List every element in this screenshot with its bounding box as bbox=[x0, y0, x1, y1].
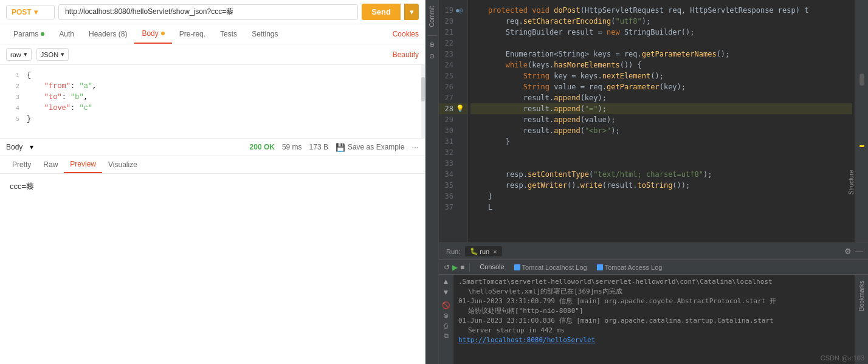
code-line-5: 5 } bbox=[0, 114, 425, 125]
editor-scrollbar[interactable] bbox=[421, 65, 425, 138]
line-num-25: 25 bbox=[439, 70, 467, 81]
ide-main: 19 ●@ 20 21 22 23 bbox=[439, 0, 868, 364]
code-line-24: while(keys.hasMoreElements()) { bbox=[470, 60, 852, 70]
scrollbar-thumb[interactable] bbox=[421, 77, 425, 101]
line-num-29: 29 bbox=[439, 114, 467, 125]
tab-settings[interactable]: Settings bbox=[244, 25, 285, 43]
gutter-37 bbox=[456, 202, 464, 213]
console-body: ▲ ▼ 🚫 ⊗ ⎙ ⧉ .SmartTomcat\serverlet-hello… bbox=[439, 275, 868, 364]
beautify-button[interactable]: Beautify bbox=[393, 50, 419, 59]
gutter-20 bbox=[456, 16, 464, 27]
save-example-btn[interactable]: 💾 Save as Example bbox=[336, 143, 404, 152]
method-select[interactable]: POST ▾ bbox=[6, 5, 55, 19]
tab-headers[interactable]: Headers (8) bbox=[81, 25, 134, 43]
tomcat-icon bbox=[514, 264, 520, 270]
console-up-icon[interactable]: ▲ bbox=[443, 277, 450, 286]
sidebar-icon-1[interactable]: ⊕ bbox=[429, 41, 435, 49]
tab-tests[interactable]: Tests bbox=[213, 25, 244, 43]
response-toolbar: Body ▾ 200 OK 59 ms 173 B 💾 Save as Exam… bbox=[0, 139, 425, 156]
console-output: .SmartTomcat\serverlet-helloworld\server… bbox=[453, 275, 855, 364]
ide-right-sidebar: Structure bbox=[855, 0, 868, 242]
run-tab-close[interactable]: × bbox=[493, 248, 497, 255]
tab-prereq[interactable]: Pre-req. bbox=[172, 25, 213, 43]
resp-tab-preview[interactable]: Preview bbox=[64, 156, 102, 173]
params-dot bbox=[41, 32, 44, 36]
json-select[interactable]: JSON ▾ bbox=[36, 48, 69, 61]
code-content[interactable]: protected void doPost(HttpServletRequest… bbox=[468, 0, 855, 242]
tomcat-localhost-tab[interactable]: Tomcat Localhost Log bbox=[509, 263, 592, 272]
console-tab[interactable]: Console bbox=[475, 262, 509, 273]
url-input[interactable] bbox=[58, 4, 358, 20]
line-num-28: 28 💡 bbox=[439, 103, 467, 114]
console-filter-icon[interactable]: ⊗ bbox=[443, 312, 449, 320]
gutter-24 bbox=[456, 60, 464, 70]
restart-icon[interactable]: ↺ bbox=[444, 263, 450, 272]
tab-params[interactable]: Params bbox=[6, 25, 52, 43]
tab-body[interactable]: Body bbox=[134, 24, 171, 44]
console-clear-icon[interactable]: 🚫 bbox=[442, 301, 450, 309]
vertical-scrollbar[interactable] bbox=[859, 2, 864, 240]
method-label: POST bbox=[12, 8, 32, 16]
minimize-icon[interactable]: — bbox=[855, 247, 863, 256]
code-line-26: String value = req.getParameter(key); bbox=[470, 81, 852, 92]
gutter-25 bbox=[456, 70, 464, 81]
console-line-6: Server startup in 442 ms bbox=[458, 326, 850, 335]
commit-label[interactable]: Commit bbox=[427, 2, 436, 30]
gutter-27 bbox=[456, 92, 464, 103]
resp-tab-visualize[interactable]: Visualize bbox=[102, 157, 143, 173]
console-toolbar-left: ↺ ▶ ■ bbox=[444, 263, 470, 272]
gutter-21 bbox=[456, 27, 464, 38]
run-tab-active[interactable]: 🐛 run × bbox=[465, 246, 501, 256]
line-num-23: 23 bbox=[439, 49, 467, 60]
code-line-31: } bbox=[470, 136, 852, 147]
console-line-1: .SmartTomcat\serverlet-helloworld\server… bbox=[458, 277, 850, 287]
highlight-indicator bbox=[859, 145, 864, 147]
send-dropdown-button[interactable]: ▾ bbox=[404, 4, 419, 20]
console-down-icon[interactable]: ▼ bbox=[443, 288, 450, 297]
structure-panel-label[interactable]: Structure bbox=[848, 170, 855, 194]
console-tabs: ↺ ▶ ■ Console Tomcat Localhost Log Tomca… bbox=[439, 260, 868, 275]
request-body-editor[interactable]: 1 { 2 "from": "a", 3 "to": "b", 4 "love"… bbox=[0, 65, 425, 138]
tab-auth[interactable]: Auth bbox=[52, 25, 81, 43]
method-dropdown-icon[interactable]: ▾ bbox=[34, 8, 38, 16]
response-size: 173 B bbox=[309, 143, 328, 151]
gutter-31 bbox=[456, 136, 464, 147]
bookmarks-label[interactable]: Bookmarks bbox=[857, 277, 866, 315]
console-right-sidebar: Bookmarks bbox=[855, 275, 868, 364]
response-body-label: Body bbox=[6, 143, 22, 151]
ide-left-sidebar: Commit ⊕ ⊙ bbox=[425, 0, 439, 364]
stop-icon[interactable]: ■ bbox=[460, 263, 464, 272]
console-print-icon[interactable]: ⎙ bbox=[444, 322, 448, 329]
console-line-3: 01-Jun-2023 23:31:00.799 信息 [main] org.a… bbox=[458, 297, 850, 306]
format-select[interactable]: raw ▾ bbox=[6, 48, 32, 61]
line-num-33: 33 bbox=[439, 158, 467, 169]
code-line-33 bbox=[470, 158, 852, 169]
sidebar-icon-2[interactable]: ⊙ bbox=[429, 52, 435, 60]
console-link[interactable]: http://localhost:8080/helloServlet bbox=[458, 335, 850, 345]
settings-icon[interactable]: ⚙ bbox=[844, 247, 852, 256]
gutter-34 bbox=[456, 169, 464, 180]
play-icon[interactable]: ▶ bbox=[452, 263, 458, 272]
line-num-21: 21 bbox=[439, 27, 467, 38]
gutter-29 bbox=[456, 114, 464, 125]
cookies-link[interactable]: Cookies bbox=[393, 30, 419, 38]
more-button[interactable]: ··· bbox=[412, 142, 419, 152]
format-dropdown-icon: ▾ bbox=[24, 50, 27, 58]
response-section: Body ▾ 200 OK 59 ms 173 B 💾 Save as Exam… bbox=[0, 138, 425, 259]
postman-panel: POST ▾ Send ▾ Params Auth Headers (8) Bo… bbox=[0, 0, 425, 364]
resp-tab-pretty[interactable]: Pretty bbox=[6, 157, 37, 173]
gutter-33 bbox=[456, 158, 464, 169]
response-body-content: ccc=藜 bbox=[0, 174, 425, 259]
code-line-27: result.append(key); bbox=[470, 92, 852, 103]
send-button[interactable]: Send bbox=[362, 4, 401, 20]
gutter-23 bbox=[456, 49, 464, 60]
tomcat-access-tab[interactable]: Tomcat Access Log bbox=[592, 263, 667, 272]
gutter-35 bbox=[456, 180, 464, 191]
gutter-32 bbox=[456, 147, 464, 158]
resp-tab-raw[interactable]: Raw bbox=[37, 157, 64, 173]
code-line-34: resp.setContentType("text/html; charset=… bbox=[470, 169, 852, 180]
scrollbar-indicator[interactable] bbox=[859, 74, 864, 86]
line-num-22: 22 bbox=[439, 38, 467, 49]
code-line-2: 2 "from": "a", bbox=[0, 81, 425, 92]
console-copy-icon[interactable]: ⧉ bbox=[444, 332, 449, 340]
